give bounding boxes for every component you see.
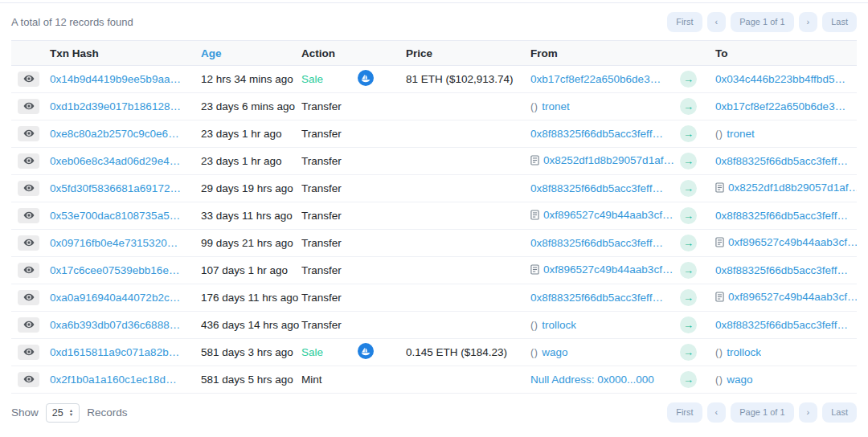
- price-cell: [406, 148, 530, 175]
- view-details-button[interactable]: [18, 71, 39, 87]
- from-address-link[interactable]: () tronet: [530, 100, 570, 112]
- txn-hash-link[interactable]: 0x2f1b0a1a160c1ec18d…: [50, 374, 177, 386]
- action-cell: Transfer: [301, 230, 358, 257]
- txn-hash-link[interactable]: 0xeb06e8c34ad06d29e4…: [50, 155, 180, 167]
- view-details-button[interactable]: [18, 290, 39, 305]
- to-cell: 0xf896527c49b44aab3cf…: [715, 284, 857, 312]
- to-address-link[interactable]: 0x8f88325f66db5acc3feff…: [715, 264, 848, 276]
- txn-hash-link[interactable]: 0x5fd30f5836681a69172…: [50, 182, 181, 194]
- txn-hash-cell: 0xa6b393db07d36c6888…: [50, 312, 201, 339]
- view-details-button[interactable]: [18, 153, 39, 169]
- price-cell: [406, 202, 530, 230]
- to-cell: 0xb17cf8ef22a650b6de3…: [715, 93, 857, 120]
- opensea-icon[interactable]: [358, 343, 374, 359]
- from-address-link[interactable]: 0xf896527c49b44aab3cf…: [530, 209, 673, 221]
- to-cell: 0x8f88325f66db5acc3feff…: [715, 257, 857, 284]
- action-label: Mint: [301, 374, 322, 386]
- eye-icon: [23, 100, 35, 112]
- from-address-link[interactable]: 0x8f88325f66db5acc3feff…: [530, 292, 663, 304]
- to-address-link[interactable]: () tronet: [715, 128, 755, 140]
- to-address-link[interactable]: () wago: [715, 374, 753, 386]
- header-marketplace-column: [358, 41, 406, 66]
- view-details-button[interactable]: [18, 372, 39, 387]
- view-details-button[interactable]: [18, 126, 39, 141]
- to-address-link[interactable]: () trollock: [715, 346, 761, 358]
- view-cell: [11, 120, 50, 148]
- arrow-cell: →: [680, 66, 715, 93]
- age-text: 107 days 1 hr ago: [201, 264, 288, 276]
- txn-hash-link[interactable]: 0x09716fb0e4e7315320…: [50, 237, 178, 249]
- txn-hash-link[interactable]: 0x14b9d4419b9ee5b9aa…: [50, 73, 181, 85]
- age-cell: 107 days 1 hr ago: [201, 257, 301, 284]
- from-address-link[interactable]: 0x8f88325f66db5acc3feff…: [530, 237, 663, 249]
- from-address-link[interactable]: 0x8252df1d8b29057d1af…: [530, 154, 674, 166]
- txn-hash-link[interactable]: 0x17c6cee07539ebb16e…: [50, 264, 179, 276]
- opensea-icon[interactable]: [358, 70, 374, 86]
- pagination-first-button[interactable]: First: [667, 402, 702, 423]
- to-address-link[interactable]: 0xf896527c49b44aab3cf…: [715, 236, 857, 248]
- txn-hash-link[interactable]: 0xd1b2d39e017b186128…: [50, 100, 181, 112]
- from-address-link[interactable]: () trollock: [530, 319, 576, 331]
- from-address-link[interactable]: 0xb17cf8ef22a650b6de3…: [530, 73, 661, 85]
- age-sort-link[interactable]: Age: [201, 47, 222, 59]
- arrow-cell: →: [680, 175, 715, 202]
- txn-hash-link[interactable]: 0xe8c80a2b2570c9c0e6…: [50, 128, 179, 140]
- pagination-prev-button[interactable]: ‹: [707, 12, 727, 32]
- address-label: 0xf896527c49b44aab3cf…: [728, 291, 857, 303]
- eye-icon: [23, 128, 35, 139]
- txn-hash-link[interactable]: 0xa0a916940a44072b2c…: [50, 292, 180, 304]
- view-details-button[interactable]: [18, 263, 39, 278]
- pagination-status: Page 1 of 1: [731, 402, 793, 423]
- view-details-button[interactable]: [18, 208, 39, 223]
- table-header: Txn Hash Age Action Price From To: [11, 41, 857, 66]
- to-address-link[interactable]: 0x8f88325f66db5acc3feff…: [715, 155, 848, 167]
- view-cell: [11, 366, 50, 394]
- from-address-link[interactable]: Null Address: 0x000...000: [530, 374, 654, 386]
- eye-icon: [23, 319, 35, 330]
- name-tag-icon: (): [530, 347, 538, 358]
- txn-hash-link[interactable]: 0xa6b393db07d36c6888…: [50, 319, 180, 331]
- age-text: 23 days 1 hr ago: [201, 128, 282, 140]
- pagination-prev-button[interactable]: ‹: [707, 402, 727, 423]
- age-text: 436 days 14 hrs ago: [201, 319, 299, 331]
- txn-hash-link[interactable]: 0x53e700dac8108735a5…: [50, 210, 180, 222]
- view-details-button[interactable]: [18, 317, 39, 333]
- txn-hash-cell: 0x14b9d4419b9ee5b9aa…: [50, 66, 201, 93]
- arrow-cell: →: [680, 339, 715, 366]
- age-text: 29 days 19 hrs ago: [201, 182, 293, 194]
- price-cell: [406, 230, 530, 257]
- pagination-last-button[interactable]: Last: [822, 12, 857, 32]
- pagination-last-button[interactable]: Last: [822, 402, 857, 423]
- txn-hash-link[interactable]: 0xd1615811a9c071a82b…: [50, 346, 179, 358]
- page-size-select[interactable]: 25 ▲ ▼: [46, 403, 80, 423]
- view-details-button[interactable]: [18, 345, 39, 360]
- to-address-link[interactable]: 0x8f88325f66db5acc3feff…: [715, 210, 848, 222]
- name-tag-icon: (): [715, 347, 723, 358]
- to-address-link[interactable]: 0xb17cf8ef22a650b6de3…: [715, 100, 845, 112]
- pagination-next-button[interactable]: ›: [799, 402, 818, 423]
- address-label: tronet: [542, 100, 570, 112]
- pagination-next-button[interactable]: ›: [799, 12, 818, 32]
- from-address-link[interactable]: 0x8f88325f66db5acc3feff…: [530, 128, 663, 140]
- to-address-link[interactable]: 0x8f88325f66db5acc3feff…: [715, 319, 848, 331]
- action-cell: Sale: [301, 66, 358, 93]
- marketplace-cell: [358, 257, 406, 284]
- to-address-link[interactable]: 0xf896527c49b44aab3cf…: [715, 291, 857, 303]
- to-address-link[interactable]: 0x8252df1d8b29057d1af…: [715, 182, 857, 194]
- view-details-button[interactable]: [18, 99, 39, 114]
- price-cell: [406, 366, 530, 394]
- action-cell: Transfer: [301, 284, 358, 312]
- pagination-status: Page 1 of 1: [731, 12, 793, 32]
- to-address-link[interactable]: 0x034c446b223bb4ffbd5…: [715, 73, 845, 85]
- age-cell: 23 days 1 hr ago: [201, 148, 301, 175]
- pagination-first-button[interactable]: First: [667, 12, 702, 32]
- table-row: 0x5fd30f5836681a69172… 29 days 19 hrs ag…: [11, 175, 857, 202]
- view-details-button[interactable]: [18, 181, 39, 196]
- from-address-link[interactable]: 0xf896527c49b44aab3cf…: [530, 263, 673, 276]
- address-label: 0x8252df1d8b29057d1af…: [728, 182, 857, 194]
- action-label: Transfer: [301, 155, 342, 167]
- from-address-link[interactable]: () wago: [530, 346, 568, 358]
- from-address-link[interactable]: 0x8f88325f66db5acc3feff…: [530, 182, 663, 194]
- marketplace-cell: [358, 148, 406, 175]
- view-details-button[interactable]: [18, 235, 39, 251]
